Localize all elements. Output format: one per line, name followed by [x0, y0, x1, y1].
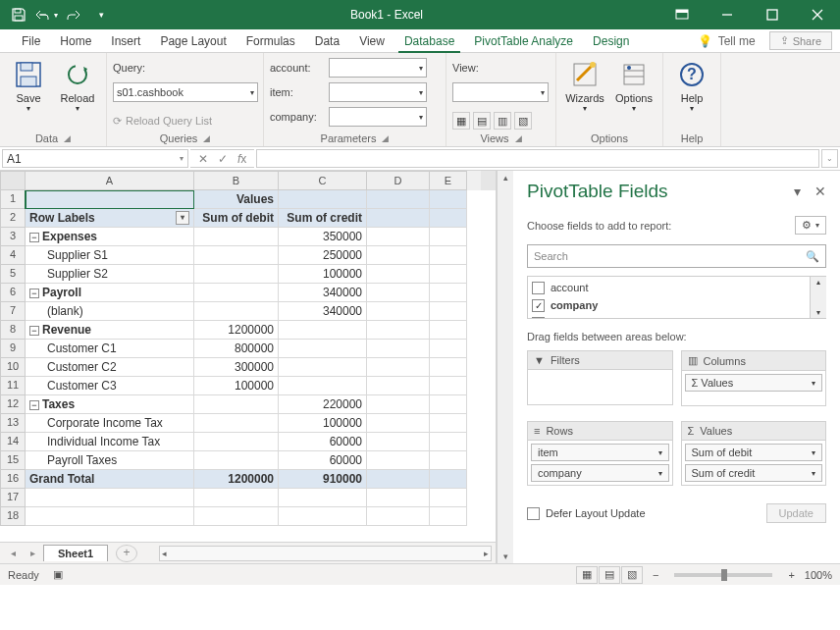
- row-header[interactable]: 1: [0, 190, 26, 209]
- cell[interactable]: 100000: [194, 377, 279, 395]
- horizontal-scrollbar[interactable]: ◂▸: [159, 546, 492, 561]
- cell[interactable]: Values: [194, 190, 279, 209]
- cell[interactable]: [430, 358, 467, 377]
- vertical-scrollbar[interactable]: ▴ ▾: [497, 171, 513, 563]
- cell[interactable]: Row Labels▾: [26, 209, 194, 228]
- cell[interactable]: [367, 470, 430, 489]
- tab-formulas[interactable]: Formulas: [236, 29, 305, 52]
- cell[interactable]: [430, 470, 467, 489]
- cell[interactable]: 250000: [279, 246, 367, 265]
- cell[interactable]: [279, 190, 367, 209]
- cell[interactable]: [279, 358, 367, 377]
- cell[interactable]: Sum of credit: [279, 209, 367, 228]
- save-icon[interactable]: [6, 3, 31, 26]
- scroll-up-icon[interactable]: ▴: [503, 173, 508, 183]
- cell[interactable]: [430, 377, 467, 395]
- view-icon-2[interactable]: ▤: [473, 112, 491, 130]
- cell[interactable]: [367, 358, 430, 377]
- cell[interactable]: [279, 489, 367, 507]
- cell[interactable]: [279, 377, 367, 395]
- row-header[interactable]: 13: [0, 414, 26, 433]
- help-button[interactable]: ? Help▾: [669, 57, 714, 113]
- cell[interactable]: [367, 489, 430, 507]
- reload-query-list-button[interactable]: ⟳ Reload Query List: [113, 110, 212, 131]
- cell[interactable]: [367, 284, 430, 302]
- page-break-view-icon[interactable]: ▧: [621, 566, 643, 584]
- cell[interactable]: 100000: [279, 265, 367, 284]
- cell[interactable]: [367, 302, 430, 321]
- redo-icon[interactable]: [61, 3, 86, 26]
- sheet-tab-sheet1[interactable]: Sheet1: [43, 545, 108, 561]
- field-item-account[interactable]: account: [532, 279, 806, 296]
- cell[interactable]: [430, 246, 467, 265]
- cell[interactable]: 340000: [279, 302, 367, 321]
- tab-database[interactable]: Database: [394, 29, 464, 52]
- dialog-launcher-icon[interactable]: ◢: [382, 133, 389, 143]
- cell[interactable]: [430, 302, 467, 321]
- cell[interactable]: [430, 395, 467, 414]
- row-header[interactable]: 16: [0, 470, 26, 489]
- cell[interactable]: [194, 433, 279, 451]
- cell[interactable]: [430, 190, 467, 209]
- cell[interactable]: Customer C1: [26, 340, 194, 358]
- col-header-C[interactable]: C: [279, 171, 367, 190]
- cell[interactable]: [26, 190, 194, 209]
- cell[interactable]: [367, 414, 430, 433]
- row-header[interactable]: 4: [0, 246, 26, 265]
- grid-body[interactable]: 1Values2Row Labels▾Sum of debitSum of cr…: [0, 190, 496, 542]
- row-header[interactable]: 12: [0, 395, 26, 414]
- cell[interactable]: [26, 507, 194, 526]
- row-header[interactable]: 15: [0, 451, 26, 470]
- zoom-out-icon[interactable]: −: [653, 569, 658, 581]
- filters-area[interactable]: ▼Filters: [527, 350, 673, 413]
- pane-chevron-icon[interactable]: ▾: [794, 184, 801, 199]
- tell-me[interactable]: 💡 Tell me: [688, 29, 765, 52]
- rows-item-item[interactable]: item▾: [531, 444, 669, 461]
- cell[interactable]: [367, 209, 430, 228]
- cell[interactable]: [430, 489, 467, 507]
- cell[interactable]: [194, 414, 279, 433]
- row-header[interactable]: 8: [0, 321, 26, 340]
- update-button[interactable]: Update: [766, 503, 826, 523]
- row-header[interactable]: 10: [0, 358, 26, 377]
- cell[interactable]: [367, 190, 430, 209]
- cell[interactable]: Sum of debit: [194, 209, 279, 228]
- cell[interactable]: Supplier S2: [26, 265, 194, 284]
- view-icon-4[interactable]: ▧: [514, 112, 532, 130]
- add-sheet-button[interactable]: +: [116, 545, 137, 562]
- cell[interactable]: [194, 265, 279, 284]
- qat-customize-icon[interactable]: ▾: [88, 3, 114, 26]
- cell[interactable]: [194, 228, 279, 246]
- field-item-company[interactable]: ✓company: [532, 296, 806, 314]
- values-item-debit[interactable]: Sum of debit▾: [685, 444, 823, 461]
- item-combobox[interactable]: ▾: [329, 82, 427, 102]
- cell[interactable]: −Payroll: [26, 284, 194, 302]
- cell[interactable]: [194, 284, 279, 302]
- share-button[interactable]: ⇪ Share: [769, 31, 832, 50]
- pane-settings-button[interactable]: ⚙▾: [795, 216, 826, 235]
- col-header-B[interactable]: B: [194, 171, 279, 190]
- tab-pivottable-analyze[interactable]: PivotTable Analyze: [464, 29, 583, 52]
- cell[interactable]: [194, 489, 279, 507]
- cell[interactable]: −Revenue: [26, 321, 194, 340]
- dialog-launcher-icon[interactable]: ◢: [64, 133, 71, 143]
- cell[interactable]: [367, 340, 430, 358]
- cell[interactable]: [367, 395, 430, 414]
- expand-formula-bar-icon[interactable]: ⌄: [821, 149, 838, 168]
- undo-icon[interactable]: ▾: [33, 3, 59, 26]
- cell[interactable]: [279, 321, 367, 340]
- enter-icon[interactable]: ✓: [218, 152, 228, 166]
- field-list-scrollbar[interactable]: ▴▾: [810, 277, 826, 318]
- cell[interactable]: [430, 284, 467, 302]
- cell[interactable]: 1200000: [194, 321, 279, 340]
- cell[interactable]: Individual Income Tax: [26, 433, 194, 451]
- ribbon-display-icon[interactable]: [659, 0, 705, 29]
- pane-close-icon[interactable]: ✕: [814, 184, 826, 199]
- wizards-button[interactable]: Wizards▾: [562, 57, 607, 113]
- columns-item-values[interactable]: Σ Values▾: [685, 374, 823, 392]
- cell[interactable]: [430, 321, 467, 340]
- page-layout-view-icon[interactable]: ▤: [599, 566, 620, 584]
- zoom-in-icon[interactable]: +: [788, 569, 794, 581]
- cell[interactable]: [194, 395, 279, 414]
- minimize-icon[interactable]: [705, 0, 750, 29]
